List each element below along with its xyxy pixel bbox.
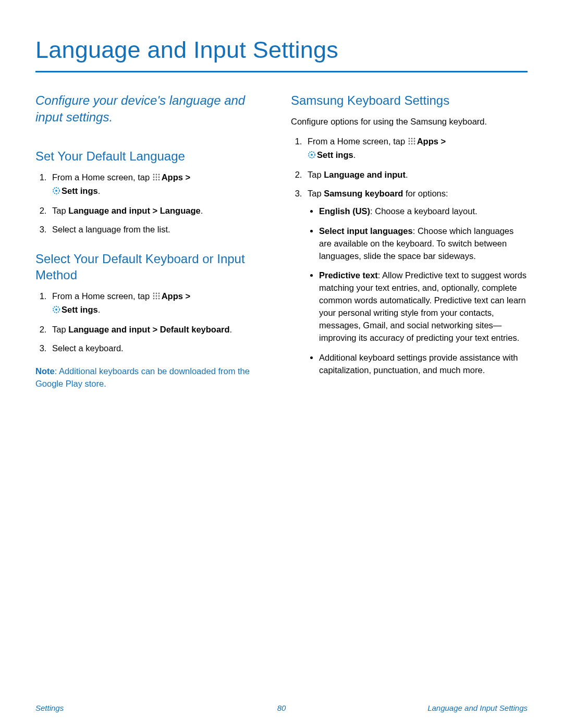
step-bold: Samsung keyboard	[324, 189, 403, 198]
svg-point-4	[155, 177, 157, 178]
svg-point-0	[153, 174, 154, 176]
step-item: Tap Language and input > Default keyboar…	[49, 324, 272, 336]
step-item: Select a keyboard.	[49, 342, 272, 355]
step-text: .	[98, 305, 101, 314]
svg-point-16	[158, 295, 160, 297]
heading-samsung-keyboard: Samsung Keyboard Settings	[291, 92, 528, 108]
bullet-text: : Allow Predictive text to suggest words…	[319, 270, 527, 342]
settings-gear-icon	[52, 305, 60, 317]
step-text: .	[230, 325, 232, 334]
page-title: Language and Input Settings	[35, 36, 528, 64]
svg-point-10	[55, 190, 57, 192]
bullet-bold: Predictive text	[319, 270, 378, 280]
step-bold: Language and input	[324, 170, 406, 179]
left-column: Configure your device's language and inp…	[35, 92, 272, 390]
apps-label: Apps >	[417, 137, 446, 146]
bullet-text: Additional keyboard settings provide ass…	[319, 353, 518, 375]
svg-point-23	[411, 138, 412, 140]
steps-set-default-language: From a Home screen, tap Apps > Sett ings…	[35, 171, 272, 236]
step-item: Tap Samsung keyboard for options: Englis…	[304, 188, 528, 377]
bullet-bold: Select input languages	[319, 226, 413, 236]
svg-point-24	[413, 138, 415, 140]
step-item: Tap Language and input.	[304, 169, 528, 181]
step-item: Select a language from the list.	[49, 224, 272, 236]
footer-page-number: 80	[277, 704, 286, 712]
svg-point-8	[158, 179, 160, 181]
footer-right: Language and Input Settings	[286, 704, 528, 712]
settings-gear-icon	[52, 186, 60, 199]
svg-point-28	[408, 143, 410, 145]
step-text: Tap	[52, 325, 68, 334]
step-text: Select a keyboard.	[52, 343, 124, 353]
bullet-text: : Choose a keyboard layout.	[370, 206, 477, 216]
step-text: .	[353, 150, 356, 159]
apps-label: Apps >	[162, 172, 190, 182]
step-item: From a Home screen, tap Apps > Sett ings…	[49, 290, 272, 317]
step-text: .	[98, 186, 101, 195]
apps-grid-icon	[152, 291, 161, 304]
step-text: Select a language from the list.	[52, 225, 170, 234]
svg-point-15	[155, 295, 157, 297]
svg-point-6	[153, 179, 154, 181]
svg-point-32	[311, 154, 313, 156]
columns: Configure your device's language and inp…	[35, 92, 528, 390]
apps-grid-icon	[408, 137, 416, 149]
step-text: From a Home screen, tap	[52, 172, 152, 182]
svg-point-14	[153, 295, 154, 297]
svg-point-29	[411, 143, 412, 145]
bullet-item: Select input languages: Choose which lan…	[319, 225, 528, 263]
settings-label: Sett ings	[62, 305, 98, 314]
step-text: Tap	[308, 189, 324, 198]
svg-point-3	[153, 177, 154, 178]
svg-point-22	[408, 138, 410, 140]
step-text: Tap	[308, 170, 324, 179]
svg-point-2	[158, 174, 160, 176]
samsung-keyboard-options: English (US): Choose a keyboard layout. …	[308, 205, 528, 377]
note-block: Note: Additional keyboards can be downlo…	[35, 365, 272, 390]
settings-label: Sett ings	[317, 150, 353, 159]
svg-point-21	[55, 309, 57, 311]
settings-gear-icon	[308, 150, 316, 163]
right-column: Samsung Keyboard Settings Configure opti…	[291, 92, 528, 390]
page-footer: Settings 80 Language and Input Settings	[35, 704, 528, 712]
samsung-keyboard-intro: Configure options for using the Samsung …	[291, 116, 528, 128]
step-bold: Language and input > Default keyboard	[68, 325, 229, 334]
svg-point-27	[413, 141, 415, 142]
step-text: .	[406, 170, 408, 179]
svg-point-1	[155, 174, 157, 176]
svg-point-26	[411, 141, 412, 142]
svg-point-17	[153, 298, 154, 300]
step-text: From a Home screen, tap	[308, 137, 408, 146]
heading-set-default-language: Set Your Default Language	[35, 148, 272, 164]
step-item: From a Home screen, tap Apps > Sett ings…	[304, 135, 528, 163]
step-text: .	[201, 206, 203, 215]
settings-label: Sett ings	[62, 186, 98, 195]
title-rule	[35, 71, 528, 72]
step-text: Tap	[52, 206, 68, 215]
svg-point-25	[408, 141, 410, 142]
svg-point-12	[155, 293, 157, 294]
steps-samsung-keyboard: From a Home screen, tap Apps > Sett ings…	[291, 135, 528, 377]
steps-select-default-keyboard: From a Home screen, tap Apps > Sett ings…	[35, 290, 272, 355]
intro-text: Configure your device's language and inp…	[35, 92, 272, 126]
svg-point-7	[155, 179, 157, 181]
heading-select-default-keyboard: Select Your Default Keyboard or Input Me…	[35, 251, 272, 283]
footer-left: Settings	[35, 704, 277, 712]
step-text: for options:	[403, 189, 448, 198]
apps-grid-icon	[152, 172, 161, 185]
note-text: : Additional keyboards can be downloaded…	[35, 366, 250, 388]
svg-point-11	[153, 293, 154, 294]
svg-point-30	[413, 143, 415, 145]
svg-point-13	[158, 293, 160, 294]
svg-point-19	[158, 298, 160, 300]
step-item: From a Home screen, tap Apps > Sett ings…	[49, 171, 272, 199]
bullet-item: Additional keyboard settings provide ass…	[319, 352, 528, 377]
bullet-item: English (US): Choose a keyboard layout.	[319, 205, 528, 218]
bullet-item: Predictive text: Allow Predictive text t…	[319, 269, 528, 344]
step-item: Tap Language and input > Language.	[49, 205, 272, 217]
page-content: Language and Input Settings Configure yo…	[0, 0, 563, 390]
svg-point-18	[155, 298, 157, 300]
step-bold: Language and input > Language	[68, 206, 200, 215]
note-label: Note	[35, 366, 55, 376]
apps-label: Apps >	[162, 291, 190, 301]
